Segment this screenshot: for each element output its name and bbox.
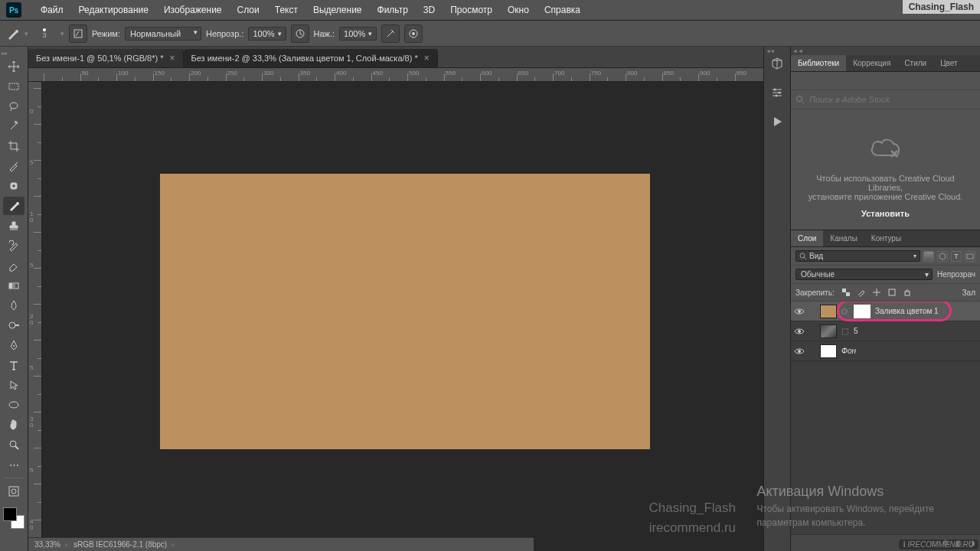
lock-position-icon[interactable] bbox=[871, 287, 882, 298]
layer-name[interactable]: Заливка цветом 1 bbox=[875, 307, 939, 315]
tab-adjustments[interactable]: Коррекция bbox=[846, 55, 897, 71]
tab-channels[interactable]: Каналы bbox=[823, 230, 864, 246]
svg-point-4 bbox=[412, 32, 415, 35]
pressure-size-icon[interactable] bbox=[404, 24, 423, 43]
visibility-icon[interactable] bbox=[794, 326, 805, 337]
svg-point-19 bbox=[779, 92, 781, 94]
menu-help[interactable]: Справка bbox=[537, 2, 588, 18]
fill-label: Зал bbox=[962, 289, 975, 297]
marquee-tool-icon[interactable] bbox=[3, 77, 24, 96]
airbrush-icon[interactable] bbox=[381, 24, 400, 43]
install-link[interactable]: Установить bbox=[861, 209, 910, 218]
filter-shape-icon[interactable] bbox=[965, 251, 975, 262]
menu-text[interactable]: Текст bbox=[267, 2, 305, 18]
lock-artboard-icon[interactable] bbox=[887, 287, 897, 298]
libraries-msg-2: установите приложение Creative Cloud. bbox=[800, 192, 971, 201]
pen-tool-icon[interactable] bbox=[3, 336, 24, 354]
layer-thumbnail[interactable] bbox=[820, 305, 837, 318]
3d-panel-icon[interactable] bbox=[769, 56, 785, 71]
menu-select[interactable]: Выделение bbox=[305, 2, 370, 18]
canvas-viewport[interactable]: Chasing_Flash irecommend.ru bbox=[42, 82, 763, 551]
close-icon[interactable]: × bbox=[170, 53, 175, 64]
wand-tool-icon[interactable] bbox=[3, 117, 24, 135]
blend-mode-select[interactable]: Обычные bbox=[795, 269, 933, 280]
hand-tool-icon[interactable] bbox=[3, 416, 24, 434]
lock-all-icon[interactable] bbox=[902, 287, 913, 298]
brush-tool-icon[interactable] bbox=[6, 27, 20, 41]
zoom-level[interactable]: 33,33% bbox=[34, 540, 60, 549]
eraser-tool-icon[interactable] bbox=[3, 256, 24, 275]
layer-thumbnail[interactable] bbox=[820, 324, 837, 338]
crop-tool-icon[interactable] bbox=[3, 137, 24, 155]
brush-tool-icon[interactable] bbox=[3, 197, 24, 215]
canvas[interactable] bbox=[160, 174, 650, 449]
quick-mask-icon[interactable] bbox=[3, 482, 24, 500]
move-tool-icon[interactable] bbox=[3, 57, 24, 76]
fg-color-swatch[interactable] bbox=[3, 507, 17, 521]
svg-point-29 bbox=[798, 310, 801, 313]
properties-panel-icon[interactable] bbox=[769, 85, 785, 100]
lock-transparent-icon[interactable] bbox=[841, 287, 851, 298]
vertical-ruler[interactable]: 051 052 053 054 0 bbox=[28, 82, 42, 551]
menu-filter[interactable]: Фильтр bbox=[370, 2, 416, 18]
visibility-icon[interactable] bbox=[794, 306, 805, 317]
tab-color[interactable]: Цвет bbox=[933, 55, 964, 71]
stamp-tool-icon[interactable] bbox=[3, 217, 24, 235]
ps-logo[interactable]: Ps bbox=[6, 2, 21, 18]
menu-window[interactable]: Окно bbox=[500, 2, 537, 18]
svg-point-23 bbox=[939, 253, 946, 259]
close-icon[interactable]: × bbox=[424, 53, 430, 64]
layer-filter-select[interactable]: Вид ▾ bbox=[795, 250, 920, 262]
document-tabs: Без имени-1 @ 50,1% (RGB/8*) * × Без име… bbox=[28, 47, 763, 68]
filter-pixel-icon[interactable] bbox=[923, 251, 934, 262]
layer-row[interactable]: Фон bbox=[791, 341, 980, 361]
shape-tool-icon[interactable] bbox=[3, 396, 24, 414]
menu-file[interactable]: Файл bbox=[33, 2, 71, 18]
tab-libraries[interactable]: Библиотеки bbox=[791, 55, 846, 71]
layer-name[interactable]: Фон bbox=[841, 347, 856, 355]
menu-3d[interactable]: 3D bbox=[416, 2, 443, 18]
flow-input[interactable]: 100% bbox=[339, 27, 377, 41]
tab-paths[interactable]: Контуры bbox=[864, 230, 908, 246]
lasso-tool-icon[interactable] bbox=[3, 97, 24, 116]
blend-mode-select[interactable]: Нормальный bbox=[125, 27, 201, 41]
zoom-tool-icon[interactable] bbox=[3, 435, 24, 454]
color-swatches[interactable] bbox=[3, 507, 24, 529]
tab-styles[interactable]: Стили bbox=[897, 55, 933, 71]
filter-type-icon[interactable]: T bbox=[951, 251, 962, 262]
type-tool-icon[interactable] bbox=[3, 356, 24, 374]
dodge-tool-icon[interactable] bbox=[3, 316, 24, 334]
layer-name[interactable]: 5 bbox=[854, 327, 858, 335]
menu-image[interactable]: Изображение bbox=[156, 2, 230, 18]
visibility-icon[interactable] bbox=[794, 346, 805, 357]
layer-thumbnail[interactable] bbox=[820, 344, 837, 358]
svg-rect-1 bbox=[74, 30, 82, 37]
gradient-tool-icon[interactable] bbox=[3, 276, 24, 295]
document-tab-1[interactable]: Без имени-1 @ 50,1% (RGB/8*) * × bbox=[28, 49, 184, 67]
blur-tool-icon[interactable] bbox=[3, 296, 24, 315]
path-select-tool-icon[interactable] bbox=[3, 376, 24, 394]
menu-layers[interactable]: Слои bbox=[230, 2, 267, 18]
opacity-input[interactable]: 100% bbox=[248, 27, 286, 41]
document-tab-2[interactable]: Без имени-2 @ 33,3% (Заливка цветом 1, С… bbox=[184, 49, 438, 67]
play-panel-icon[interactable] bbox=[769, 114, 785, 129]
brush-panel-toggle-icon[interactable] bbox=[69, 24, 87, 43]
healing-tool-icon[interactable] bbox=[3, 177, 24, 195]
lock-pixels-icon[interactable] bbox=[856, 287, 867, 298]
menu-edit[interactable]: Редактирование bbox=[71, 2, 156, 18]
tab-layers[interactable]: Слои bbox=[791, 230, 823, 246]
doc-info[interactable]: sRGB IEC61966-2.1 (8bpc) bbox=[74, 540, 167, 549]
menu-view[interactable]: Просмотр bbox=[443, 2, 500, 18]
layer-row[interactable]: ⬡ Заливка цветом 1 bbox=[791, 302, 980, 321]
svg-rect-28 bbox=[905, 292, 910, 295]
svg-rect-25 bbox=[842, 289, 846, 292]
mask-thumbnail[interactable] bbox=[854, 305, 871, 318]
pressure-opacity-icon[interactable] bbox=[291, 24, 309, 43]
filter-adjust-icon[interactable] bbox=[937, 251, 948, 262]
horizontal-ruler[interactable]: 5010015020025030035040045050055060065070… bbox=[28, 68, 763, 82]
search-input[interactable] bbox=[809, 95, 975, 104]
layer-row[interactable]: ⬚ 5 bbox=[791, 321, 980, 341]
extra-tools-icon[interactable]: ⋯ bbox=[3, 455, 24, 474]
history-brush-tool-icon[interactable] bbox=[3, 236, 24, 255]
eyedropper-tool-icon[interactable] bbox=[3, 157, 24, 175]
